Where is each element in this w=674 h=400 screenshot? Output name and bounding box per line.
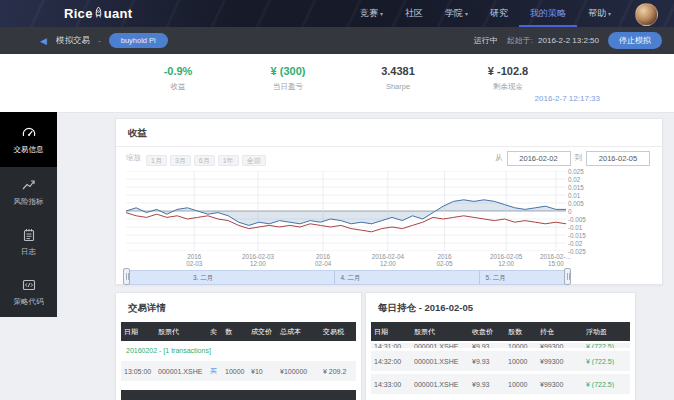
table-cell: 14:32:00: [371, 358, 411, 365]
sidebar-item-strategy-code[interactable]: 策略代码: [0, 267, 57, 317]
table-cell: 13:05:00: [121, 368, 155, 375]
x-axis-label-line2: 12:00: [242, 260, 274, 267]
table-row: 14:31:00000001.XSHE¥9.9310000¥99300¥ (72…: [371, 343, 630, 348]
y-axis-labels: 0.0250.020.0150.010.0050-0.005-0.01-0.01…: [568, 171, 606, 251]
returns-chart: [126, 171, 566, 251]
started-time: 2016-2-2 13:2:50: [538, 36, 599, 45]
date-from-input[interactable]: 2016-02-02: [507, 151, 571, 166]
logo-text-left: Rice: [64, 6, 93, 21]
stat-daily-pnl: ¥ (300)当日盈亏: [258, 65, 318, 92]
x-axis-label: 201602-05: [436, 253, 452, 267]
column-header: 股票代: [155, 327, 207, 337]
date-to-input[interactable]: 2016-02-05: [586, 151, 650, 166]
x-axis-label: 201602-04: [315, 253, 331, 267]
zoom-label: 缩放: [126, 153, 141, 163]
table-cell: 10000: [505, 343, 537, 348]
top-navbar: Rice uant 竞赛▾社区学院▾研究我的策略帮助▾: [0, 0, 674, 27]
x-axis-label-line2: 02-03: [186, 260, 202, 267]
table-cell: ¥9.93: [469, 358, 505, 365]
navigator-handle-left[interactable]: [123, 268, 130, 285]
chevron-down-icon: ▾: [380, 11, 383, 17]
x-axis-label: 201602-03: [186, 253, 202, 267]
transactions-title: 交易详情: [116, 293, 361, 322]
x-axis-labels: 201602-032016-02-0312:00201602-042016-02…: [126, 253, 566, 268]
range-1y-button[interactable]: 1年: [218, 155, 239, 166]
next-group-header-partial: [121, 390, 356, 400]
navigator-handle-right[interactable]: [564, 268, 571, 285]
stop-simulation-button[interactable]: 停止模拟: [608, 32, 662, 49]
strategy-name-button[interactable]: buyhold Pi: [109, 33, 168, 48]
y-axis-tick: 0.005: [568, 200, 584, 207]
table-cell: 000001.XSHE: [411, 343, 469, 348]
range-1m-button[interactable]: 1月: [146, 155, 167, 166]
logo-text-right: uant: [104, 6, 133, 21]
nav-item-label: 社区: [405, 8, 423, 18]
simulation-toolbar: ◀ 模拟交易 - buyhold Pi 运行中 起始于: 2016-2-2 13…: [0, 27, 674, 54]
navigator-separator: [479, 271, 480, 284]
x-axis-label: 2016-02-0312:00: [242, 253, 274, 267]
x-axis-label-line1: 2016-02-…: [540, 253, 572, 260]
left-sidebar: 交易信息风险指标日志策略代码: [0, 112, 57, 317]
app-screen: Rice uant 竞赛▾社区学院▾研究我的策略帮助▾ ◀ 模拟交易 - buy…: [0, 0, 674, 400]
nav-item-community[interactable]: 社区: [394, 0, 434, 27]
column-header: 卖: [207, 327, 222, 337]
table-cell: 10000: [505, 381, 537, 388]
column-header: 股票代: [411, 327, 469, 337]
sidebar-item-logs[interactable]: 日志: [0, 217, 57, 267]
transactions-group-row: 20160202 - [1 transactions]: [116, 341, 361, 358]
table-cell: 10000: [505, 358, 537, 365]
stat-label: 收益: [148, 82, 208, 92]
stat-label: 剩余现金: [478, 82, 538, 92]
page-title: 模拟交易: [56, 35, 90, 47]
table-row: 13:05:00000001.XSHE买10000¥10¥100000¥ 209…: [121, 361, 356, 381]
nav-item-my-strategies[interactable]: 我的策略: [519, 0, 577, 27]
started-label: 起始于:: [507, 35, 533, 46]
nav-item-research[interactable]: 研究: [479, 0, 519, 27]
nav-item-academy[interactable]: 学院▾: [434, 0, 479, 27]
chart-controls: 缩放 1月3月6月1年全部 从 2016-02-02 到 2016-02-05: [126, 149, 654, 167]
chart-navigator[interactable]: 3. 二月4. 二月5. 二月: [126, 270, 568, 285]
range-3m-button[interactable]: 3月: [170, 155, 191, 166]
back-icon[interactable]: ◀: [40, 36, 47, 46]
table-row: 14:32:00000001.XSHE¥9.9310000¥99300¥ (72…: [371, 351, 630, 371]
sidebar-item-risk-metrics[interactable]: 风险指标: [0, 167, 57, 217]
navigator-month-label: 4. 二月: [340, 274, 360, 283]
last-update-timestamp: 2016-2-7 12:17:33: [535, 94, 600, 103]
x-axis-label-line1: 2016: [186, 253, 202, 260]
from-label: 从: [495, 153, 503, 163]
sidebar-item-trading-info[interactable]: 交易信息: [0, 112, 57, 167]
chevron-down-icon: ▾: [465, 11, 468, 17]
table-cell: 14:33:00: [371, 381, 411, 388]
gauge-icon: [21, 125, 37, 141]
user-avatar[interactable]: [635, 3, 658, 26]
nav-item-contest[interactable]: 竞赛▾: [349, 0, 394, 27]
stat-value: 3.4381: [368, 65, 428, 77]
navigator-month-label: 3. 二月: [193, 274, 213, 283]
rocket-icon: [94, 6, 103, 19]
y-axis-tick: 0.025: [568, 168, 584, 175]
stat-value: ¥ (300): [258, 65, 318, 77]
returns-chart-svg: [126, 171, 566, 251]
column-header: 总成本: [277, 327, 320, 337]
range-6m-button[interactable]: 6月: [194, 155, 215, 166]
log-icon: [21, 227, 37, 243]
range-all-button[interactable]: 全部: [242, 155, 266, 166]
stat-value: -0.9%: [148, 65, 208, 77]
sidebar-item-label: 策略代码: [14, 297, 44, 307]
nav-item-help[interactable]: 帮助▾: [577, 0, 622, 27]
column-header: 日期: [371, 327, 411, 337]
ricequant-logo[interactable]: Rice uant: [64, 0, 132, 27]
x-axis-label-line2: 12:00: [490, 260, 522, 267]
x-axis-label: 2016-02-0512:00: [490, 253, 522, 267]
table-cell: 000001.XSHE: [411, 381, 469, 388]
stat-remaining-cash: ¥ -102.8剩余现金: [478, 65, 538, 92]
x-axis-label-line1: 2016-02-03: [242, 253, 274, 260]
column-header: 浮动盈: [583, 327, 627, 337]
to-label: 到: [575, 153, 583, 163]
column-header: 日期: [121, 327, 155, 337]
column-header: 成交价: [248, 327, 277, 337]
y-axis-tick: -0.01: [568, 224, 582, 231]
navigator-separator: [334, 271, 335, 284]
x-axis-label: 2016-02-0412:00: [372, 253, 404, 267]
x-axis-label-line1: 2016: [436, 253, 452, 260]
